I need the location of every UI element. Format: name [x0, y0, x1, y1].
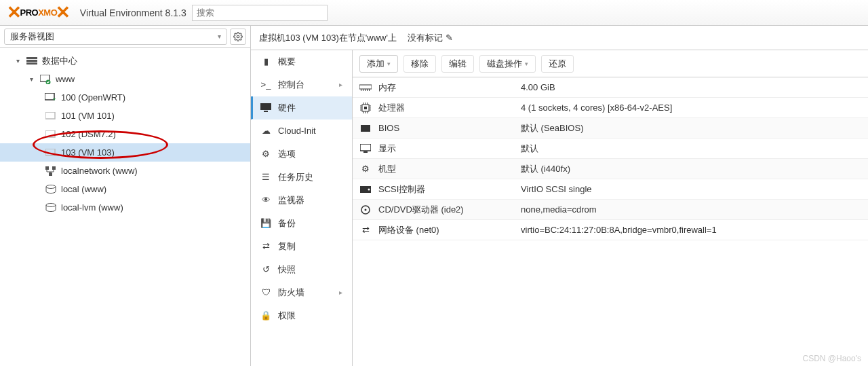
hw-row-net0[interactable]: ⇄网络设备 (net0)virtio=BC:24:11:27:0B:8A,bri… — [353, 220, 868, 240]
svg-rect-2 — [26, 60, 37, 62]
tab-backup[interactable]: 💾备份 — [251, 212, 352, 235]
lock-icon: 🔒 — [260, 310, 271, 321]
hw-row-memory[interactable]: 内存4.00 GiB — [353, 77, 868, 98]
tree-settings-button[interactable] — [230, 29, 246, 45]
tree-storage-local[interactable]: local (www) — [0, 180, 250, 198]
logo: ✕PROXMO✕ — [7, 2, 71, 23]
tree-vm-102[interactable]: 102 (DSM7.2) — [0, 125, 250, 143]
tab-snapshot[interactable]: ↺快照 — [251, 258, 352, 281]
remove-button[interactable]: 移除 — [403, 55, 436, 73]
tree-label: local (www) — [61, 184, 106, 194]
list-icon: ☰ — [260, 172, 271, 182]
monitor-icon — [359, 144, 372, 153]
tree-vm-101[interactable]: 101 (VM 101) — [0, 107, 250, 125]
svg-rect-6 — [45, 93, 54, 100]
node-icon — [39, 75, 52, 84]
hw-row-machine[interactable]: ⚙机型默认 (i440fx) — [353, 159, 868, 179]
svg-point-31 — [365, 208, 367, 211]
tab-monitor[interactable]: 👁监视器 — [251, 189, 352, 212]
swap-icon: ⇄ — [359, 225, 372, 235]
expander-icon: ▾ — [14, 57, 22, 65]
tab-cloudinit[interactable]: ☁Cloud-Init — [251, 120, 352, 143]
edit-button[interactable]: 编辑 — [441, 55, 474, 73]
disk-action-button[interactable]: 磁盘操作▾ — [479, 55, 536, 73]
vm-icon — [45, 149, 57, 157]
svg-rect-9 — [45, 149, 55, 155]
svg-rect-19 — [363, 89, 363, 91]
svg-rect-16 — [264, 111, 268, 112]
terminal-icon: >_ — [260, 79, 271, 90]
vm-icon — [45, 130, 57, 139]
storage-icon — [45, 185, 57, 194]
tree-datacenter[interactable]: ▾ 数据中心 — [0, 52, 250, 70]
tab-taskhistory[interactable]: ☰任务历史 — [251, 166, 352, 189]
tab-permissions[interactable]: 🔒权限 — [251, 304, 352, 327]
view-selector[interactable]: 服务器视图 ▾ — [4, 29, 227, 45]
gear-icon: ⚙ — [359, 164, 372, 174]
expander-icon: ▾ — [27, 75, 35, 83]
hdd-icon — [359, 186, 372, 193]
tree-node-www[interactable]: ▾ www — [0, 70, 250, 88]
gear-icon — [233, 32, 243, 41]
tags-label: 没有标记 — [408, 32, 443, 44]
svg-rect-17 — [359, 85, 372, 89]
svg-rect-7 — [45, 112, 55, 119]
content-header: 虚拟机103 (VM 103)在节点'www'上 没有标记 ✎ — [251, 26, 868, 50]
add-button[interactable]: 添加▾ — [359, 55, 398, 73]
cloud-icon: ☁ — [260, 126, 271, 136]
svg-rect-22 — [369, 89, 370, 91]
hw-row-display[interactable]: 显示默认 — [353, 139, 868, 159]
tree-label: local-lvm (www) — [61, 202, 123, 213]
tree-label: localnetwork (www) — [61, 166, 138, 176]
memory-icon — [359, 84, 372, 91]
svg-rect-21 — [367, 89, 368, 91]
book-icon: ▮ — [260, 56, 271, 67]
tab-hardware[interactable]: 硬件 — [251, 96, 352, 120]
chevron-down-icon: ▾ — [218, 33, 221, 40]
tree-label: 102 (DSM7.2) — [61, 129, 116, 139]
tags-area[interactable]: 没有标记 ✎ — [408, 32, 453, 44]
svg-rect-26 — [360, 144, 371, 151]
hw-row-cdrom[interactable]: CD/DVD驱动器 (ide2)none,media=cdrom — [353, 200, 868, 220]
resource-tree: ▾ 数据中心 ▾ www 100 (OpenWRT) 101 (VM 101) … — [0, 48, 250, 221]
svg-rect-3 — [26, 62, 37, 65]
hw-row-cpu[interactable]: 处理器4 (1 sockets, 4 cores) [x86-64-v2-AES… — [353, 98, 868, 118]
svg-point-13 — [46, 185, 56, 188]
svg-rect-27 — [363, 151, 368, 153]
tab-summary[interactable]: ▮概要 — [251, 50, 352, 73]
eye-icon: 👁 — [260, 195, 271, 205]
tree-label: 101 (VM 101) — [61, 111, 115, 121]
svg-rect-25 — [361, 125, 370, 132]
tab-console[interactable]: >_控制台▸ — [251, 73, 352, 96]
svg-rect-24 — [364, 107, 367, 109]
network-icon — [45, 166, 57, 176]
server-icon — [26, 57, 38, 65]
search-input[interactable] — [192, 5, 328, 21]
app-header: ✕PROXMO✕ Virtual Environment 8.1.3 — [0, 0, 868, 26]
hw-row-bios[interactable]: BIOS默认 (SeaBIOS) — [353, 118, 868, 139]
tree-label: 数据中心 — [42, 55, 77, 67]
tree-vm-103[interactable]: 103 (VM 103) — [0, 143, 250, 162]
tab-options[interactable]: ⚙选项 — [251, 143, 352, 166]
tree-localnetwork[interactable]: localnetwork (www) — [0, 162, 250, 180]
hw-row-scsi[interactable]: SCSI控制器VirtIO SCSI single — [353, 179, 868, 200]
vm-running-icon — [45, 93, 57, 103]
tab-firewall[interactable]: 🛡防火墙▸ — [251, 281, 352, 304]
save-icon: 💾 — [260, 218, 271, 228]
resource-tree-panel: 服务器视图 ▾ ▾ 数据中心 ▾ www 100 (Open — [0, 26, 251, 366]
svg-rect-1 — [26, 57, 37, 59]
tab-replication[interactable]: ⇄复制 — [251, 235, 352, 258]
disc-icon — [359, 205, 372, 215]
history-icon: ↺ — [260, 264, 271, 274]
monitor-icon — [260, 103, 271, 112]
shield-icon: 🛡 — [260, 287, 271, 297]
cpu-icon — [359, 103, 372, 113]
hardware-table: 内存4.00 GiB 处理器4 (1 sockets, 4 cores) [x8… — [353, 77, 868, 366]
tree-vm-100[interactable]: 100 (OpenWRT) — [0, 88, 250, 107]
chip-icon — [359, 125, 372, 132]
tree-storage-local-lvm[interactable]: local-lvm (www) — [0, 198, 250, 217]
revert-button[interactable]: 还原 — [541, 55, 574, 73]
svg-rect-11 — [52, 166, 56, 170]
hardware-toolbar: 添加▾ 移除 编辑 磁盘操作▾ 还原 — [353, 50, 868, 77]
gear-icon: ⚙ — [260, 149, 271, 159]
